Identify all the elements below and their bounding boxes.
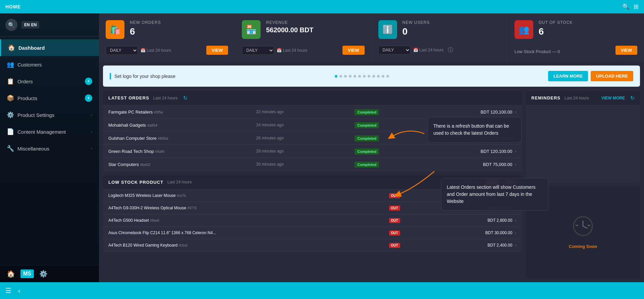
banner-dot-10[interactable] [377,75,380,78]
row-customer-name: Farmgate PC Retailers #0f5e [108,110,256,115]
banner-dot-8[interactable] [368,75,370,78]
grid-icon[interactable]: ⊞ [634,3,639,10]
stat-card-new-orders: 🛍️ NEW ORDERS 6 DAILYWEEKLYMONTHLY 📅 Las… [99,13,235,61]
view-orders-button[interactable]: VIEW [206,46,228,55]
reminders-section: REMINDERS Last 24 hours VIEW MORE ↻ [526,91,640,182]
filter-low-button[interactable]: LOW [485,179,499,185]
language-switcher[interactable]: EN EN [21,21,39,29]
view-all-button[interactable]: VIEW ALL [462,180,481,184]
chevron-right-icon: › [515,162,517,167]
table-row[interactable]: A4Tech G9-330H-2 Wireless Optical Mouse … [103,202,522,214]
banner-dot-2[interactable] [339,75,342,78]
stat-info-new-users: NEW USERS 0 [402,20,501,37]
add-product-badge[interactable]: + [85,94,92,102]
row-id: #0f5e [154,110,163,114]
chevron-right-icon: › [515,193,517,198]
sidebar-item-dashboard[interactable]: 🏠 Dashboard [0,39,99,56]
sidebar-item-miscellaneous[interactable]: 🔧 Miscellaneous › [0,140,99,157]
table-row[interactable]: Green Road Tech Shop #4af9 28 minutes ag… [103,145,522,158]
stat-card-new-users: ℹ️ NEW USERS 0 DAILYWEEKLYMONTHLY 📅 Last… [372,13,508,61]
reminders-subtitle: Last 24 hours [565,96,589,100]
banner-dot-11[interactable] [382,75,384,78]
period-select-revenue[interactable]: DAILYWEEKLYMONTHLY [242,46,274,55]
page-title: HOME [5,4,21,9]
status-badge: Completed [355,122,379,128]
view-revenue-button[interactable]: VIEW [342,46,364,55]
product-name: A4Tech G500 Headset #8ee6 [108,218,389,223]
period-select-users[interactable]: DAILYWEEKLYMONTHLY [378,46,411,54]
status-badge: Completed [355,162,379,168]
table-row[interactable]: Mohakhali Gadgets #a854 24 minutes ago C… [103,119,522,132]
search-button[interactable]: 🔍 [5,19,17,31]
sidebar-content: 🔍 EN EN 🏠 Dashboard 👥 Customers 📋 [0,13,99,282]
table-row[interactable]: Star Computers #be02 30 minutes ago Comp… [103,158,522,171]
time-label-revenue: 📅 Last 24 hours [277,48,307,53]
sidebar-item-orders[interactable]: 📋 Orders + [0,73,99,90]
table-row[interactable]: Logitech M325 Wireless Laser Mouse #ce7b… [103,189,522,202]
banner-dot-1[interactable] [335,75,337,78]
latest-orders-header: LATEST ORDERS Last 24 hours ↻ [103,91,522,105]
sidebar-item-label: Miscellaneous [17,146,91,152]
product-id: #9776 [187,206,197,210]
upload-here-button[interactable]: UPLOAD HERE [591,71,633,81]
banner-dot-6[interactable] [358,75,361,78]
banner-dot-4[interactable] [349,75,352,78]
chevron-right-icon: › [515,109,517,115]
table-row[interactable]: A4Tech G500 Headset #8ee6 OUT BDT 2,800.… [103,214,522,227]
product-id: #c6c6 [178,244,187,247]
latest-orders-rows: Farmgate PC Retailers #0f5e 22 minutes a… [103,105,522,171]
learn-more-button[interactable]: LEARN MORE [548,71,588,81]
status-badge: Completed [355,109,379,115]
revenue-icon: 🏪 [242,20,261,39]
sidebar-item-customers[interactable]: 👥 Customers [0,56,99,73]
period-select-orders[interactable]: DAILYWEEKLYMONTHLY [106,46,138,55]
sidebar-item-label: Products [17,95,85,101]
banner-dot-7[interactable] [363,75,366,78]
banner-dot-3[interactable] [344,75,347,78]
out-badge: OUT [389,230,400,236]
stat-value-out-of-stock: 6 [539,26,637,37]
new-orders-icon: 🛍️ [106,20,124,39]
filter-out-button[interactable]: OUT [503,179,517,185]
product-id: #ce7b [177,194,186,198]
back-bottom-icon[interactable]: ‹ [18,287,20,295]
chevron-right-icon: › [91,113,92,117]
banner-indicator [110,73,111,80]
chevron-right-icon: › [515,205,517,211]
banner-dot-9[interactable] [372,75,375,78]
sidebar-item-label: Product Settings [17,112,91,118]
sidebar-item-products[interactable]: 📦 Products + [0,90,99,106]
banner-dot-12[interactable] [386,75,389,78]
sidebar-footer: 🏠 MS ⚙️ [0,265,99,282]
sidebar-item-product-settings[interactable]: ⚙️ Product Settings › [0,106,99,123]
table-row[interactable]: Gulshan Computer Store #865d 26 minutes … [103,132,522,145]
product-id: #8ee6 [150,219,159,222]
refresh-reminders-button[interactable]: ↻ [630,95,635,101]
top-bar: HOME 🔍 ⊞ [0,0,644,13]
view-more-reminders-button[interactable]: VIEW MORE [601,96,625,100]
add-order-badge[interactable]: + [85,78,92,85]
view-out-of-stock-button[interactable]: VIEW [615,46,637,55]
banner-dots [335,75,389,78]
chevron-right-icon: › [515,243,517,248]
reminders-title: REMINDERS [531,95,560,100]
table-row[interactable]: Asus Chromebook Flip C214 11.6" 1366 x 7… [103,227,522,239]
search-icon[interactable]: 🔍 [622,3,630,10]
row-status: Completed [355,135,433,141]
stat-value-new-users: 0 [402,26,501,37]
refresh-orders-button[interactable]: ↻ [183,95,187,101]
low-stock-label: Low Stock Product — 0 [515,49,560,54]
left-column: LATEST ORDERS Last 24 hours ↻ Farmgate P… [103,91,522,278]
menu-bottom-icon[interactable]: ☰ [5,287,11,295]
settings-footer-icon[interactable]: ⚙️ [39,270,48,278]
time-label-orders: 📅 Last 24 hours [141,48,171,53]
table-row[interactable]: Farmgate PC Retailers #0f5e 22 minutes a… [103,105,522,119]
banner-text: Set logo for your shop please [114,74,175,79]
stat-card-out-of-stock: 👥 OUT OF STOCK 6 Low Stock Product — 0 V… [508,13,644,61]
row-status: Completed [355,122,433,128]
sidebar-item-content-management[interactable]: 📄 Content Management › [0,123,99,140]
home-footer-icon[interactable]: 🏠 [7,270,15,278]
banner-dot-5[interactable] [354,75,356,78]
table-row[interactable]: A4Tech B120 Wired Gaming Keyboard #c6c6 … [103,239,522,252]
lang-en: EN [31,23,37,27]
